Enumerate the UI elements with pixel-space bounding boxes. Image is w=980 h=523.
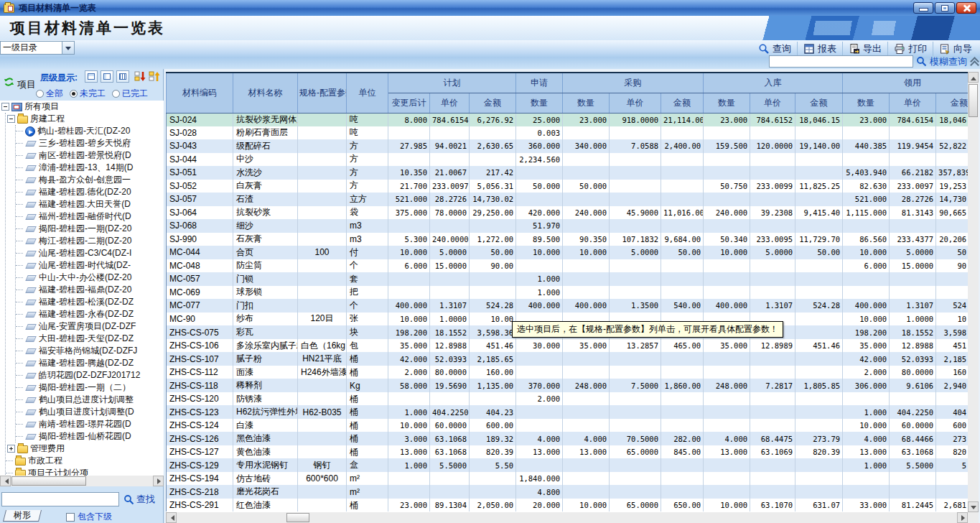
close-button[interactable]: [956, 2, 976, 14]
tree-item[interactable]: 管理费用: [6, 443, 164, 455]
table-row[interactable]: SJ-052白灰膏方21.700233.00975,056.3150.00050…: [167, 180, 969, 193]
table-row[interactable]: ZHS-CS-126黑色油漆桶3.00063.1068189.324.0004.…: [167, 432, 969, 445]
view-mode-list-button[interactable]: [101, 70, 113, 83]
group-header[interactable]: 计划: [388, 73, 516, 93]
scrollbar-thumb[interactable]: [286, 513, 309, 522]
scroll-left-icon[interactable]: [0, 476, 11, 486]
group-header[interactable]: 申请: [516, 73, 563, 93]
table-row[interactable]: MC-077门扣个400.0001.3107524.28400.000400.0…: [167, 299, 969, 313]
group-header[interactable]: 采购: [563, 73, 704, 93]
tree-horizontal-scrollbar[interactable]: [0, 476, 164, 486]
tree-item[interactable]: 南靖-碧桂园-璟昇花园(D: [16, 418, 164, 430]
radio-all[interactable]: 全部: [36, 88, 63, 100]
scroll-right-icon[interactable]: [153, 476, 164, 486]
sub-column-header[interactable]: 数量: [843, 93, 890, 113]
table-row[interactable]: ZHS-CS-129专用水泥钢钉钢钉盒1.0005.50005.501.0005…: [167, 458, 969, 472]
sub-column-header[interactable]: 单价: [610, 93, 661, 113]
export-button[interactable]: 导出: [842, 42, 887, 56]
table-row[interactable]: ZHS-CS-112面漆H246外墙漆桶2.00080.0000160.002.…: [167, 366, 969, 379]
view-mode-detail-button[interactable]: [85, 70, 98, 83]
tree-item[interactable]: 福建-碧桂园-永春(DZ-DZ: [16, 308, 164, 320]
table-row[interactable]: ZHS-CS-123H62抗污弹性外墙漆H62-B035桶1.000404.22…: [167, 405, 969, 419]
tree-item[interactable]: 鹤山-碧桂园-天汇(DZ-20: [16, 125, 164, 137]
radio-unfinished[interactable]: 未完工: [70, 88, 106, 100]
scrollbar-thumb[interactable]: [969, 84, 978, 117]
table-row[interactable]: MC-057门锁套1.000: [167, 272, 969, 286]
group-header[interactable]: 入库: [704, 73, 843, 93]
scrollbar-thumb[interactable]: [11, 476, 86, 486]
table-row[interactable]: MC-069球形锁把1.000: [167, 286, 969, 300]
tree-item[interactable]: 鹤山项目进度计划调整(D: [16, 406, 164, 418]
sub-column-header[interactable]: 金额: [661, 93, 704, 113]
tree-item[interactable]: 福建-碧桂园.大田天誉(D: [16, 198, 164, 210]
table-row[interactable]: SJ-068细沙m351.970: [167, 219, 969, 233]
tree-item[interactable]: 三乡-碧桂园-碧乡天悦府: [16, 137, 164, 149]
tree-item[interactable]: 所有项目: [0, 101, 164, 113]
tree-item[interactable]: 房建工程: [6, 113, 164, 125]
tree-item[interactable]: 梅江-碧桂园-二期(DZ-20: [16, 235, 164, 247]
include-sub-checkbox[interactable]: 包含下级: [66, 511, 112, 523]
sub-column-header[interactable]: 金额: [470, 93, 516, 113]
tree-item[interactable]: 鹤山项目总进度计划调整: [16, 394, 164, 406]
column-header[interactable]: 规格-配置参数: [298, 73, 347, 113]
tree-item[interactable]: 揭阳-碧桂园-仙桥花园(D: [16, 430, 164, 443]
table-row[interactable]: ZHS-CS-291红色油漆桶23.00089.13042,050.0020.0…: [167, 499, 969, 512]
table-vertical-scrollbar[interactable]: [968, 72, 979, 512]
sub-column-header[interactable]: 金额: [795, 93, 843, 113]
table-row[interactable]: SJ-043级配碎石方27.98594.00212,630.65360.0003…: [167, 139, 969, 153]
tree-item[interactable]: 南区-碧桂园-碧景悦府(D: [16, 149, 164, 162]
tree-item[interactable]: 汕尾-碧桂园-时代城(DZ-: [16, 259, 164, 272]
sub-column-header[interactable]: 单价: [750, 93, 795, 113]
view-mode-grid-button[interactable]: [116, 70, 129, 83]
table-row[interactable]: ZHS-CS-120防锈漆桶2.000: [167, 392, 969, 406]
tree-item[interactable]: 中山-大中-办公楼(DZ-20: [16, 272, 164, 284]
tree-item[interactable]: 福建-碧桂园-福鼎(DZ-20: [16, 284, 164, 296]
tree-item[interactable]: 汕尾-碧桂园-C3/C4(DZ-I: [16, 247, 164, 259]
fuzzy-search-icon[interactable]: [916, 56, 927, 67]
tree-item[interactable]: 福建-碧桂园.德化(DZ-20: [16, 186, 164, 198]
query-button[interactable]: 查询: [752, 42, 797, 56]
table-row[interactable]: ZHS-CS-107腻子粉HN21平底桶42.00052.03932,185.6…: [167, 352, 969, 366]
tree-item[interactable]: 揭阳-碧桂园-一期（二）: [16, 381, 164, 394]
tree-item[interactable]: 梅县-盈方众创-创意园一: [16, 174, 164, 186]
scroll-up-icon[interactable]: [968, 72, 979, 83]
tree-item[interactable]: 项目子计划分项: [6, 467, 164, 476]
find-label[interactable]: 查找: [136, 493, 155, 506]
table-row[interactable]: SJ-990石灰膏m35.300240.00001,272.0089.50090…: [167, 233, 969, 246]
table-row[interactable]: SJ-064抗裂砂浆袋375.00078.000029,250.00420.00…: [167, 206, 969, 220]
table-row[interactable]: SJ-051水洗沙方10.35021.0067217.425,403.94066…: [167, 166, 969, 180]
radio-finished[interactable]: 已完工: [112, 88, 148, 100]
table-horizontal-scrollbar[interactable]: [166, 512, 968, 523]
scroll-right-icon[interactable]: [957, 512, 968, 523]
fuzzy-search-label[interactable]: 模糊查询: [930, 55, 967, 68]
tree-item[interactable]: 福州-碧桂园-融侨时代(D: [16, 210, 164, 223]
table-row[interactable]: SJ-024抗裂砂浆无网体系吨8.000784.61546,276.9225.0…: [167, 113, 969, 126]
sub-column-header[interactable]: 金额: [936, 93, 968, 113]
tree-item[interactable]: 大田-碧桂园-天玺(DZ-DZ: [16, 333, 164, 345]
sub-column-header[interactable]: 数量: [704, 93, 750, 113]
tree-item[interactable]: 揭阳-碧桂园-一期(DZ-20: [16, 223, 164, 235]
print-button[interactable]: 打印: [887, 42, 933, 56]
sub-column-header[interactable]: 数量: [563, 93, 610, 113]
fuzzy-search-input[interactable]: [769, 55, 913, 68]
tree-item[interactable]: 汕尾-安置房项目(DZ-DZF: [16, 320, 164, 333]
tree-item[interactable]: 市政工程: [6, 455, 164, 467]
sub-column-header[interactable]: 单价: [430, 93, 470, 113]
table-row[interactable]: MC-044合页100付10.0005.000050.0010.00010.00…: [167, 246, 969, 259]
wizard-button[interactable]: 向导: [933, 42, 978, 56]
tree-tab[interactable]: 树形: [3, 510, 42, 522]
sub-column-header[interactable]: 数量: [516, 93, 563, 113]
find-input[interactable]: [1, 492, 119, 506]
collapse-chevron-icon[interactable]: [970, 57, 979, 66]
column-header[interactable]: 单位: [347, 73, 388, 113]
table-row[interactable]: SJ-028粉刷石膏面层吨0.003: [167, 126, 969, 140]
report-button[interactable]: 报表: [797, 42, 842, 56]
table-row[interactable]: SJ-044中沙方2,234.560: [167, 153, 969, 167]
table-row[interactable]: ZHS-CS-194仿古地砖600*600m²1,840.000: [167, 472, 969, 486]
directory-dropdown[interactable]: 一级目录: [0, 41, 75, 55]
column-header[interactable]: 材料名称: [233, 73, 298, 113]
group-header[interactable]: 领用: [843, 73, 968, 93]
collapse-box-icon[interactable]: [7, 115, 15, 123]
table-row[interactable]: ZHS-CS-127黄色油漆桶13.00063.1068820.3913.000…: [167, 445, 969, 459]
sub-column-header[interactable]: 变更后计: [388, 93, 430, 113]
